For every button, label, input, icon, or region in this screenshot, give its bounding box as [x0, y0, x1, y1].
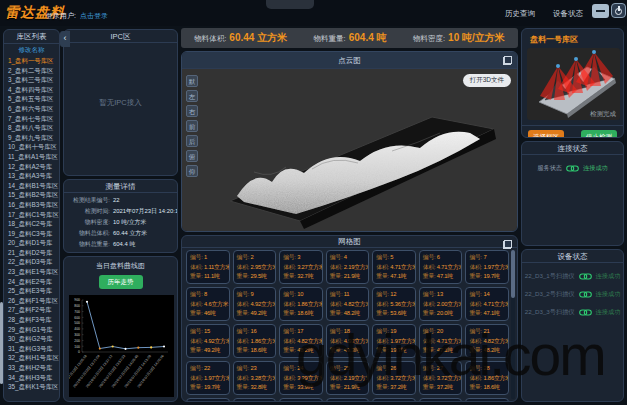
area-list-item[interactable]: 33_盘料H2号库 [4, 363, 59, 373]
history-query-button[interactable]: 历史查询 [505, 9, 535, 19]
area-list-item[interactable]: 8_盘料八号库区 [4, 123, 59, 133]
expand-window-icon[interactable] [503, 56, 512, 65]
grid-cell[interactable]: 编号: 5体积: 4.71立方米重量: 47.1吨 [372, 250, 416, 284]
area-list-item[interactable]: 22_盘料D3号库 [4, 257, 59, 267]
view-button-后[interactable]: 后 [186, 135, 198, 147]
area-list-item[interactable]: 17_盘料C1号库区 [4, 210, 59, 220]
grid-cell[interactable]: 编号: 7体积: 1.97立方米重量: 19.7吨 [465, 250, 509, 284]
grid-cell-label: 编号: [237, 365, 251, 371]
grid-cell-clipped [372, 398, 416, 401]
pointcloud-viewport[interactable]: 默左右前后俯仰 打开3D文件 [182, 69, 517, 231]
area-list-item[interactable]: 15_盘料B2号库区 [4, 190, 59, 200]
grid-cell[interactable]: 编号: 26体积: 3.72立方米重量: 37.2吨 [372, 361, 416, 395]
grid-scrollbar[interactable] [511, 250, 515, 298]
grid-cell[interactable]: 编号: 20体积: 4.71立方米重量: 47.1吨 [419, 324, 463, 358]
area-list-item[interactable]: 21_盘料D2号库 [4, 248, 59, 258]
area-list-item[interactable]: 28_盘料F3号库 [4, 315, 59, 325]
grid-cell-label: 体积: [190, 375, 204, 381]
sidebar-scrollbar[interactable] [0, 302, 3, 384]
area-list-item[interactable]: 12_盘料A2号库 [4, 162, 59, 172]
area-list-item[interactable]: 9_盘料九号库区 [4, 133, 59, 143]
grid-cell[interactable]: 编号: 18体积: 4.93立方米重量: 49.3吨 [326, 324, 370, 358]
grid-cell[interactable]: 编号: 25体积: 2.19立方米重量: 21.9吨 [326, 361, 370, 395]
grid-cell[interactable]: 编号: 17体积: 4.82立方米重量: 48.2吨 [279, 324, 323, 358]
area-list-item[interactable]: 30_盘料G2号库 [4, 334, 59, 344]
area-list-item[interactable]: 4_盘料四号库区 [4, 85, 59, 95]
grid-cell[interactable]: 编号: 27体积: 3.72立方米重量: 37.2吨 [419, 361, 463, 395]
area-list-item[interactable]: 19_盘料C3号库 [4, 229, 59, 239]
grid-cell[interactable]: 编号: 21体积: 4.82立方米重量: 48.2吨 [465, 324, 509, 358]
ipc-panel-title: IPC区 [64, 30, 177, 43]
grid-cell[interactable]: 编号: 28体积: 1.86立方米重量: 18.6吨 [465, 361, 509, 395]
grid-cell[interactable]: 编号: 4体积: 2.19立方米重量: 21.9吨 [326, 250, 370, 284]
grid-cell[interactable]: 编号: 2体积: 2.95立方米重量: 29.5吨 [233, 250, 277, 284]
grid-cell-line: 体积: 2.95立方米 [237, 263, 276, 273]
power-button[interactable] [611, 3, 626, 18]
stop-detection-button[interactable]: 停止检测 [581, 130, 617, 138]
grid-cell-line: 编号: 1 [190, 253, 229, 263]
area-list-item[interactable]: 16_盘料B3号库区 [4, 200, 59, 210]
area-list-item[interactable]: 14_盘料B1号库区 [4, 181, 59, 191]
grid-cell[interactable]: 编号: 13体积: 2.00立方米重量: 20.0吨 [419, 287, 463, 321]
area-list-item[interactable]: 35_盘料K1号库区 [4, 382, 59, 392]
area-list-item[interactable]: 7_盘料七号库区 [4, 114, 59, 124]
grid-cell[interactable]: 编号: 1体积: 1.11立方米重量: 11.1吨 [186, 250, 230, 284]
grid-cell-value: 11 [344, 291, 350, 297]
view-button-右[interactable]: 右 [186, 105, 198, 117]
view-button-左[interactable]: 左 [186, 90, 198, 102]
view-button-仰[interactable]: 仰 [186, 165, 198, 177]
select-area-button[interactable]: 选择料区 [528, 130, 564, 138]
area-list-item[interactable]: 27_盘料F2号库 [4, 305, 59, 315]
area-list-item[interactable]: 24_盘料E2号库 [4, 277, 59, 287]
grid-cell[interactable]: 编号: 23体积: 3.28立方米重量: 32.8吨 [233, 361, 277, 395]
grid-cell[interactable]: 编号: 22体积: 1.97立方米重量: 19.7吨 [186, 361, 230, 395]
area-list-item[interactable]: 20_盘料D1号库 [4, 238, 59, 248]
grid-cell[interactable]: 编号: 15体积: 4.92立方米重量: 49.2吨 [186, 324, 230, 358]
area-list-item[interactable]: 6_盘料六号库区 [4, 104, 59, 114]
view-button-默[interactable]: 默 [186, 75, 198, 87]
rename-link[interactable]: 修改名称 [4, 44, 59, 56]
area-list-item[interactable]: 3_盘料三号库区 [4, 75, 59, 85]
grid-cell[interactable]: 编号: 19体积: 1.97立方米重量: 19.7吨 [372, 324, 416, 358]
minimize-button[interactable] [592, 4, 609, 18]
view-button-前[interactable]: 前 [186, 120, 198, 132]
grid-cell[interactable]: 编号: 3体积: 3.27立方米重量: 32.7吨 [279, 250, 323, 284]
device-status-button[interactable]: 设备状态 [553, 9, 583, 19]
grid-cell[interactable]: 编号: 11体积: 4.82立方米重量: 48.2吨 [326, 287, 370, 321]
grid-cell[interactable]: 编号: 12体积: 5.36立方米重量: 53.6吨 [372, 287, 416, 321]
area-list-item[interactable]: 1_盘料一号库区 [4, 56, 59, 66]
divider [522, 125, 623, 126]
area-list-item[interactable]: 13_盘料A3号库 [4, 171, 59, 181]
svg-text:400: 400 [74, 327, 80, 331]
grid-cell[interactable]: 编号: 14体积: 4.71立方米重量: 47.1吨 [465, 287, 509, 321]
detail-value: 10 吨/立方米 [113, 217, 146, 228]
login-link[interactable]: 点击登录 [80, 11, 108, 21]
grid-cell-line: 编号: 18 [330, 327, 369, 337]
area-list-item[interactable]: 31_盘料G3号库 [4, 344, 59, 354]
grid-cell[interactable]: 编号: 6体积: 4.71立方米重量: 47.1吨 [419, 250, 463, 284]
grid-cell-label: 体积: [237, 264, 251, 270]
grid-cell-line: 编号: 15 [190, 327, 229, 337]
area-list-item[interactable]: 11_盘料A1号库区 [4, 152, 59, 162]
grid-cell[interactable]: 编号: 8体积: 4.6立方米重量: 46吨 [186, 287, 230, 321]
area-list-item[interactable]: 32_盘料H1号库区 [4, 353, 59, 363]
area-list-item[interactable]: 29_盘料G1号库 [4, 325, 59, 335]
grid-cell-line: 重量: 18.6吨 [237, 346, 276, 356]
area-list-item[interactable]: 5_盘料五号库区 [4, 94, 59, 104]
open-3d-file-button[interactable]: 打开3D文件 [463, 74, 511, 87]
area-list-item[interactable]: 23_盘料E1号库区 [4, 267, 59, 277]
area-list-item[interactable]: 2_盘料二号库区 [4, 66, 59, 76]
area-list-item[interactable]: 34_盘料H3号库 [4, 373, 59, 383]
yearly-trend-button[interactable]: 历年走势 [99, 275, 143, 289]
area-list-item[interactable]: 25_盘料E3号库 [4, 286, 59, 296]
grid-cell[interactable]: 编号: 16体积: 1.86立方米重量: 18.6吨 [233, 324, 277, 358]
area-list-item[interactable]: 10_盘料十号库区 [4, 142, 59, 152]
view-button-俯[interactable]: 俯 [186, 150, 198, 162]
collapse-sidebar-icon[interactable]: ‹ [60, 31, 70, 47]
grid-cell-clipped [279, 398, 323, 401]
grid-cell[interactable]: 编号: 9体积: 4.92立方米重量: 49.2吨 [233, 287, 277, 321]
area-list-item[interactable]: 18_盘料C2号库 [4, 219, 59, 229]
area-list-item[interactable]: 26_盘料F1号库区 [4, 296, 59, 306]
grid-cell[interactable]: 编号: 24体积: 3.39立方米重量: 33.9吨 [279, 361, 323, 395]
grid-cell[interactable]: 编号: 10体积: 1.86立方米重量: 18.6吨 [279, 287, 323, 321]
